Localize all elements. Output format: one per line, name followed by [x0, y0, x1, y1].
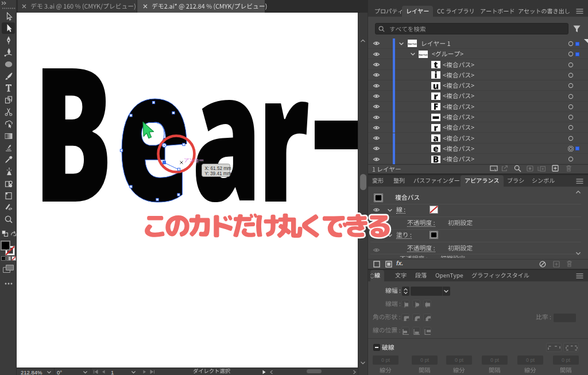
- visibility-eye-icon[interactable]: [373, 125, 380, 131]
- visibility-eye-icon[interactable]: [373, 114, 380, 121]
- letter-a[interactable]: [196, 100, 254, 202]
- graph-tool[interactable]: [4, 179, 13, 188]
- selection-indicator[interactable]: [575, 42, 579, 46]
- stroke-weight-field[interactable]: [411, 287, 442, 296]
- layer-name[interactable]: <複合パス>: [442, 135, 475, 143]
- layer-name[interactable]: <複合パス>: [442, 92, 475, 100]
- visibility-eye-icon[interactable]: [373, 135, 380, 141]
- layer-name[interactable]: <複合パス>: [442, 103, 475, 111]
- draw-mode-icon[interactable]: [3, 265, 14, 273]
- appearance-opacity-value[interactable]: 初期設定: [447, 245, 473, 253]
- panel-scroll-down-icon[interactable]: [575, 252, 581, 256]
- layer-row[interactable]: [368, 70, 588, 80]
- document-tab-title[interactable]: デモ2.ai* @ 212.84 % (CMYK/プレビュー): [151, 3, 268, 11]
- tab-layers-3[interactable]: アートボード: [479, 8, 516, 16]
- visibility-eye-icon[interactable]: [373, 93, 380, 99]
- canvas-vscroll-thumb[interactable]: [360, 174, 366, 190]
- fill-swatch-black[interactable]: [1, 241, 10, 250]
- tab-appearance-5[interactable]: シンボル: [531, 177, 555, 185]
- appearance-opacity-value[interactable]: 初期設定: [447, 219, 473, 227]
- hscroll-left-icon[interactable]: [269, 370, 273, 374]
- first-artboard-icon[interactable]: [93, 370, 99, 374]
- appearance-menu-icon[interactable]: [576, 179, 583, 184]
- selection-tool[interactable]: [4, 12, 13, 21]
- tab-stroke-0[interactable]: 線: [374, 272, 381, 280]
- layer-thumbnail[interactable]: [431, 156, 440, 163]
- zoom-level[interactable]: 212.84%: [21, 369, 42, 375]
- close-icon[interactable]: [22, 4, 26, 9]
- row-eye-icon[interactable]: [373, 247, 380, 253]
- type-tool[interactable]: [4, 83, 13, 92]
- scissors-tool[interactable]: [4, 107, 13, 117]
- statusbar-flyout-icon[interactable]: [262, 370, 266, 374]
- target-circle-icon[interactable]: [568, 136, 574, 141]
- toolbar-grip[interactable]: [2, 6, 16, 9]
- join-round-button[interactable]: [412, 314, 420, 321]
- target-circle-icon[interactable]: [568, 104, 574, 110]
- default-fill-stroke-icon[interactable]: [2, 230, 8, 237]
- weight-dropdown-chevron[interactable]: [443, 289, 449, 293]
- cap-projecting-button[interactable]: [423, 300, 431, 307]
- layer-name[interactable]: <複合パス>: [442, 156, 475, 164]
- make-mask-icon[interactable]: [527, 165, 533, 172]
- visibility-eye-icon[interactable]: [373, 40, 380, 47]
- tab-layers-4[interactable]: アセットの書き出し: [517, 8, 571, 16]
- layer-thumbnail[interactable]: [431, 82, 440, 90]
- target-circle-icon[interactable]: [568, 72, 574, 78]
- zoom-tool[interactable]: [4, 215, 13, 224]
- tab-appearance-4[interactable]: ブラシ: [506, 177, 525, 185]
- layer-thumbnail[interactable]: [431, 124, 440, 132]
- new-sublayer-icon[interactable]: [537, 165, 546, 172]
- direct-selection-tool[interactable]: [4, 24, 13, 33]
- layer-row[interactable]: [368, 122, 588, 133]
- expand-toolbar-icon[interactable]: [1, 1, 7, 5]
- rotation-angle[interactable]: 0°: [57, 369, 62, 375]
- tab-appearance-2[interactable]: パスファインダー: [413, 177, 461, 185]
- last-artboard-icon[interactable]: [149, 370, 155, 374]
- layer-row[interactable]: [368, 133, 588, 144]
- layer-name[interactable]: <複合パス>: [442, 114, 475, 122]
- pen-tool[interactable]: [4, 36, 13, 45]
- stepper-down-icon[interactable]: [403, 291, 408, 295]
- delete-icon[interactable]: [566, 165, 572, 172]
- tab-layers-0[interactable]: プロパティ: [374, 8, 404, 16]
- artboard-tool[interactable]: [4, 191, 13, 200]
- add-effect-fx-label[interactable]: fx.: [396, 260, 403, 267]
- target-circle-icon[interactable]: [568, 94, 574, 99]
- prev-artboard-icon[interactable]: [101, 370, 106, 374]
- paintbrush-tool[interactable]: [4, 72, 13, 81]
- layer-row[interactable]: [368, 49, 588, 59]
- mesh-tool[interactable]: [4, 143, 13, 152]
- layer-thumbnail[interactable]: [431, 114, 440, 121]
- eyedropper-tool[interactable]: [4, 155, 13, 164]
- tab-layers-1[interactable]: レイヤー: [405, 8, 430, 16]
- join-bevel-button[interactable]: [423, 314, 431, 321]
- symbol-sprayer-tool[interactable]: [4, 167, 13, 176]
- layer-thumbnail[interactable]: [431, 145, 440, 152]
- delete-item-icon[interactable]: [566, 260, 572, 267]
- layers-menu-icon[interactable]: [576, 9, 583, 14]
- fill-black-swatch[interactable]: [430, 231, 438, 239]
- layer-thumbnail[interactable]: [431, 134, 440, 142]
- target-circle-icon[interactable]: [568, 125, 574, 130]
- selection-indicator[interactable]: [575, 146, 579, 150]
- tab-stroke-1[interactable]: 文字: [394, 272, 407, 280]
- layer-name[interactable]: <複合パス>: [442, 82, 475, 90]
- tab-stroke-3[interactable]: OpenType: [435, 272, 464, 280]
- layer-name[interactable]: <複合パス>: [442, 124, 475, 132]
- appearance-fill-label[interactable]: 塗り :: [396, 231, 412, 239]
- next-artboard-icon[interactable]: [142, 370, 147, 374]
- visibility-eye-icon[interactable]: [373, 145, 380, 152]
- tab-appearance-0[interactable]: 変形: [372, 177, 384, 185]
- join-miter-button[interactable]: [401, 314, 409, 321]
- tab-layers-2[interactable]: CC ライブラリ: [436, 8, 475, 16]
- layer-row[interactable]: [368, 144, 588, 154]
- target-circle-icon[interactable]: [568, 83, 574, 88]
- layer-name[interactable]: レイヤー 1: [420, 40, 451, 48]
- layer-name[interactable]: <グループ>: [431, 51, 464, 59]
- gradient-mode-icon[interactable]: [6, 256, 11, 261]
- locate-object-icon[interactable]: [490, 165, 498, 172]
- color-mode-icon[interactable]: [1, 256, 6, 261]
- visibility-eye-icon[interactable]: [373, 72, 380, 78]
- collect-export-icon[interactable]: [501, 165, 508, 172]
